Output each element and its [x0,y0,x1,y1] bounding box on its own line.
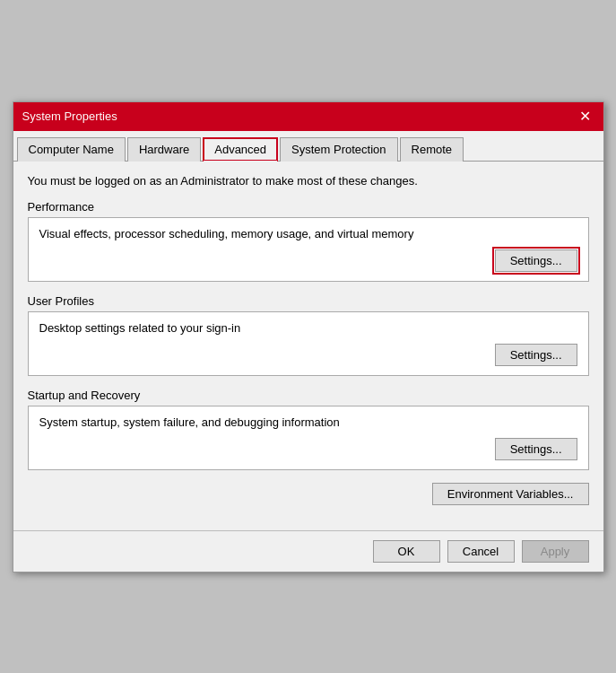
cancel-button[interactable]: Cancel [447,540,515,563]
user-profiles-label: User Profiles [28,294,589,308]
performance-label: Performance [28,200,589,214]
system-properties-window: System Properties ✕ Computer Name Hardwa… [13,101,604,572]
performance-btn-row: Settings... [39,249,577,272]
tab-remote[interactable]: Remote [400,137,464,162]
performance-settings-button[interactable]: Settings... [495,249,577,272]
ok-button[interactable]: OK [373,540,440,563]
performance-section: Performance Visual effects, processor sc… [28,200,589,282]
footer: OK Cancel Apply [13,530,603,572]
user-profiles-settings-button[interactable]: Settings... [495,344,577,366]
user-profiles-box: Desktop settings related to your sign-in… [28,311,589,376]
env-vars-row: Environment Variables... [28,483,589,505]
startup-recovery-settings-button[interactable]: Settings... [495,438,577,460]
tab-bar: Computer Name Hardware Advanced System P… [13,131,603,162]
startup-recovery-btn-row: Settings... [39,438,577,460]
startup-recovery-box: System startup, system failure, and debu… [28,406,589,470]
performance-box: Visual effects, processor scheduling, me… [28,217,589,282]
startup-recovery-section: Startup and Recovery System startup, sys… [28,389,589,470]
window-title: System Properties [22,109,117,123]
user-profiles-section: User Profiles Desktop settings related t… [28,294,589,376]
tab-hardware[interactable]: Hardware [127,137,201,162]
tab-content: You must be logged on as an Administrato… [13,162,603,530]
apply-button[interactable]: Apply [522,540,589,563]
performance-description: Visual effects, processor scheduling, me… [39,227,577,240]
admin-notice: You must be logged on as an Administrato… [28,174,589,188]
tab-advanced[interactable]: Advanced [203,137,278,162]
title-bar: System Properties ✕ [13,102,603,131]
tab-computer-name[interactable]: Computer Name [17,137,126,162]
environment-variables-button[interactable]: Environment Variables... [432,483,589,505]
user-profiles-btn-row: Settings... [39,344,577,366]
user-profiles-description: Desktop settings related to your sign-in [39,321,577,335]
close-button[interactable]: ✕ [576,108,594,126]
startup-recovery-description: System startup, system failure, and debu… [39,415,577,429]
startup-recovery-label: Startup and Recovery [28,389,589,402]
tab-system-protection[interactable]: System Protection [280,137,398,162]
